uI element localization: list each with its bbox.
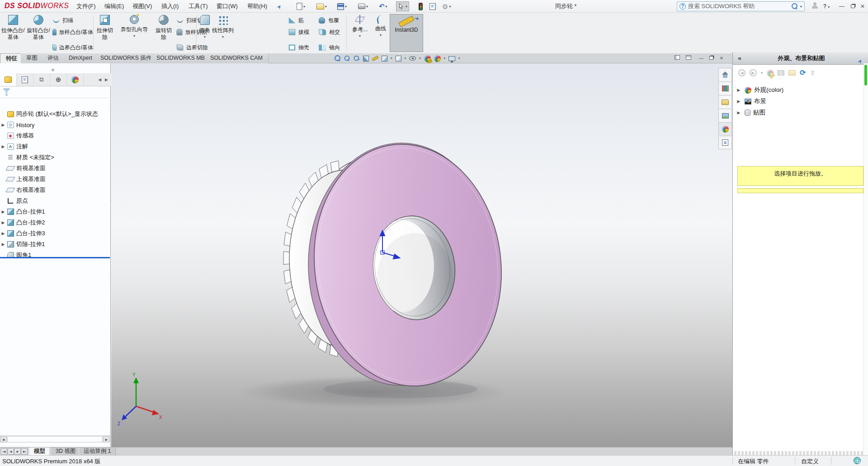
doc-minimize-button[interactable]: — — [696, 55, 706, 62]
tree-horizontal-scrollbar[interactable]: ◀ ▶ — [0, 435, 110, 442]
scenes-node[interactable]: ▶ 布景 — [733, 96, 868, 107]
doc-close-button[interactable]: ✕ — [717, 55, 726, 62]
help-button[interactable]: ? ▾ — [822, 2, 831, 10]
tab-sketch[interactable]: 草图 — [21, 53, 43, 63]
pane-split-horizontal-button[interactable] — [684, 55, 693, 62]
file-properties-button[interactable] — [428, 1, 438, 11]
tree-item-boss-extrude3[interactable]: ▶ 凸台-拉伸3 — [0, 228, 110, 239]
tree-item-top-plane[interactable]: 上视基准面 — [0, 174, 110, 185]
previous-view-icon[interactable] — [353, 55, 361, 62]
expand-icon[interactable]: ▶ — [733, 99, 745, 104]
scroll-left-icon[interactable]: ◀ — [0, 436, 7, 442]
back-icon[interactable]: ◀ — [738, 69, 745, 76]
tree-item-front-plane[interactable]: 前视基准面 — [0, 163, 110, 174]
decals-node[interactable]: ▶ 贴图 — [733, 107, 868, 118]
next-tab-icon[interactable]: ▶ — [14, 448, 21, 455]
hide-show-items-icon[interactable] — [409, 56, 416, 61]
collapse-chevrons-icon[interactable]: « — [733, 55, 746, 62]
expand-icon[interactable]: ▶ — [0, 242, 6, 247]
tree-item-cut-extrude1[interactable]: ▶ 切除-拉伸1 — [0, 239, 110, 250]
displaymanager-tab[interactable] — [67, 73, 84, 86]
section-view-icon[interactable] — [363, 56, 369, 62]
view-settings-dropdown-icon[interactable]: ▾ — [458, 57, 460, 60]
tab-solidworks-cam[interactable]: SOLIDWORKS CAM — [205, 53, 269, 63]
dimxpertmanager-tab[interactable]: ⊕ — [50, 73, 67, 86]
login-button[interactable] — [810, 2, 819, 10]
instant3d-toggle[interactable]: Instant3D — [390, 14, 423, 52]
rebuild-button[interactable] — [417, 1, 425, 11]
panel-splitter-handle[interactable] — [52, 69, 54, 71]
appearances-tab[interactable] — [718, 122, 732, 136]
tree-item-annotations[interactable]: ▶A 注解 — [0, 141, 110, 152]
refresh-icon[interactable]: ⟳ — [800, 69, 806, 76]
intersect-button[interactable]: 相交 — [317, 26, 345, 38]
status-custom[interactable]: 自定义 — [801, 457, 819, 466]
curves-button[interactable]: 曲线▾ — [373, 14, 389, 52]
apply-scene-dropdown-icon[interactable]: ▾ — [444, 57, 446, 60]
expand-icon[interactable]: ▶ — [0, 231, 6, 236]
edit-appearance-icon[interactable] — [767, 70, 774, 76]
menu-view[interactable]: 视图(V) — [128, 0, 156, 13]
shell-button[interactable]: 抽壳 — [288, 42, 316, 53]
wrap-button[interactable]: 包覆 — [317, 14, 345, 26]
task-pane-scrollbar[interactable] — [863, 63, 868, 455]
task-pane-pin-icon[interactable] — [856, 55, 868, 61]
display-style-dropdown-icon[interactable]: ▾ — [405, 57, 406, 60]
zoom-fit-icon[interactable] — [335, 55, 341, 62]
expand-icon[interactable]: ▶ — [733, 88, 745, 92]
view-palette-tab[interactable] — [718, 109, 732, 122]
tab-solidworks-addins[interactable]: SOLIDWORKS 插件 — [95, 53, 157, 63]
hide-show-dropdown-icon[interactable]: ▾ — [419, 57, 421, 60]
mirror-button[interactable]: 镜向 — [317, 42, 345, 53]
scrollbar-thumb[interactable] — [7, 436, 103, 442]
pin-menu-icon[interactable] — [277, 3, 283, 9]
model-timing-pulley[interactable]: Y X Z — [111, 63, 732, 447]
expand-icon[interactable]: ▶ — [733, 110, 745, 115]
expand-icon[interactable]: ▶ — [0, 144, 6, 149]
custom-properties-tab[interactable]: ≣ — [718, 136, 732, 149]
save-button[interactable]: ▾ — [335, 1, 349, 11]
search-box[interactable]: ? 搜索 SOLIDWORKS 帮助 ▾ — [677, 1, 805, 11]
tab-evaluate[interactable]: 评估 — [42, 53, 65, 63]
revolved-cut-button[interactable]: 旋转切除 — [153, 14, 174, 52]
filter-funnel-icon[interactable] — [3, 89, 10, 95]
print-button[interactable]: ▾ — [356, 1, 370, 11]
menu-window[interactable]: 窗口(W) — [212, 0, 242, 13]
appearances-node[interactable]: ▶ 外观(color) — [733, 85, 868, 95]
search-magnifier-icon[interactable] — [792, 3, 798, 10]
restore-button[interactable] — [848, 2, 857, 10]
revolved-boss-button[interactable]: 旋转凸台/基体 — [26, 14, 51, 52]
apply-scene-icon[interactable] — [434, 55, 441, 62]
menu-edit[interactable]: 编辑(E) — [100, 0, 128, 13]
configurationmanager-tab[interactable]: ⧉ — [33, 73, 50, 86]
expand-icon[interactable]: ▶ — [0, 220, 6, 225]
graphics-area[interactable]: Y X Z — [111, 63, 732, 447]
tree-root[interactable]: 同步轮 (默认<<默认>_显示状态 — [0, 109, 110, 119]
task-pane-scrollbar-thumb[interactable] — [864, 65, 867, 86]
new-document-button[interactable]: ▾ — [295, 1, 307, 11]
first-tab-icon[interactable]: |◀ — [1, 448, 7, 455]
tab-3d-views[interactable]: 3D 视图 — [51, 447, 80, 456]
view-settings-icon[interactable] — [448, 56, 455, 61]
options-button[interactable]: ⚙▾ — [440, 1, 453, 11]
forward-icon[interactable]: ▶ — [750, 69, 757, 76]
tree-item-origin[interactable]: 原点 — [0, 195, 110, 206]
linear-pattern-button[interactable]: 线性阵列▾ — [211, 14, 235, 52]
tree-item-material[interactable]: ☰ 材质 <未指定> — [0, 152, 110, 163]
measure-icon[interactable] — [372, 56, 378, 61]
tab-features[interactable]: 特征 — [0, 53, 23, 63]
edit-appearance-icon[interactable] — [424, 55, 431, 62]
rib-button[interactable]: 筋 — [288, 14, 316, 26]
tab-model[interactable]: 模型 — [29, 447, 50, 456]
pane-split-vertical-button[interactable] — [672, 55, 682, 62]
tree-item-right-plane[interactable]: 右视基准面 — [0, 185, 110, 195]
rollback-bar[interactable] — [0, 257, 110, 258]
menu-help[interactable]: 帮助(H) — [243, 0, 271, 13]
search-input[interactable]: 搜索 SOLIDWORKS 帮助 — [688, 2, 789, 10]
doc-restore-button[interactable] — [706, 55, 716, 62]
prev-tab-icon[interactable]: ◀ — [8, 448, 14, 455]
copy-appearance-icon[interactable] — [778, 70, 784, 76]
menu-file[interactable]: 文件(F) — [72, 0, 100, 13]
tree-item-boss-extrude2[interactable]: ▶ 凸台-拉伸2 — [0, 217, 110, 228]
history-dropdown-icon[interactable]: ▾ — [761, 71, 763, 75]
